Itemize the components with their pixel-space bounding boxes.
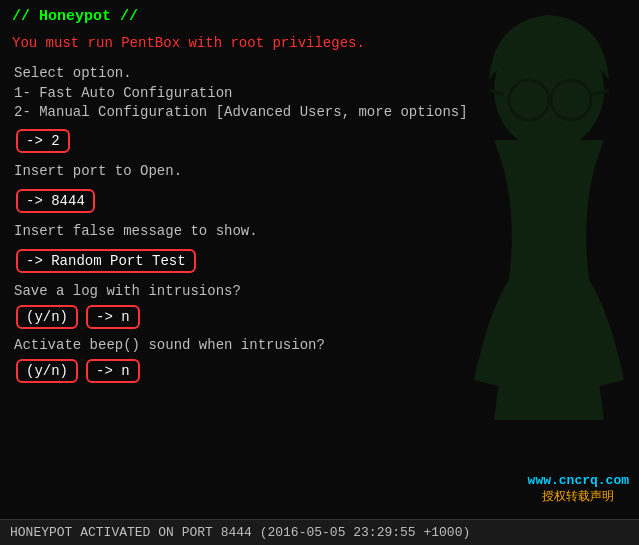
- beep-yn-box: (y/n): [16, 359, 78, 383]
- watermark-url: www.cncrq.com: [528, 473, 629, 488]
- warning-line: You must run PentBox with root privilege…: [12, 35, 627, 51]
- input-message-box[interactable]: -> Random Port Test: [16, 249, 196, 273]
- log-yn-box: (y/n): [16, 305, 78, 329]
- input-port-box[interactable]: -> 8444: [16, 189, 95, 213]
- title-line: // Honeypot //: [12, 8, 627, 25]
- select-prompt: Select option.: [12, 65, 627, 81]
- option1-line: 1- Fast Auto Configuration: [12, 85, 627, 101]
- terminal-window: // Honeypot // You must run PentBox with…: [0, 0, 639, 545]
- message-prompt: Insert false message to show.: [12, 223, 627, 239]
- watermark-label: 授权转载声明: [528, 488, 629, 505]
- option2-line: 2- Manual Configuration [Advanced Users,…: [12, 104, 627, 120]
- input-beep-box[interactable]: -> n: [86, 359, 140, 383]
- input-log-box[interactable]: -> n: [86, 305, 140, 329]
- beep-prompt: Activate beep() sound when intrusion?: [12, 337, 627, 353]
- port-prompt: Insert port to Open.: [12, 163, 627, 179]
- status-bar: HONEYPOT ACTIVATED ON PORT 8444 (2016-05…: [0, 519, 639, 545]
- watermark: www.cncrq.com 授权转载声明: [528, 473, 629, 505]
- log-prompt: Save a log with intrusions?: [12, 283, 627, 299]
- input-option-box[interactable]: -> 2: [16, 129, 70, 153]
